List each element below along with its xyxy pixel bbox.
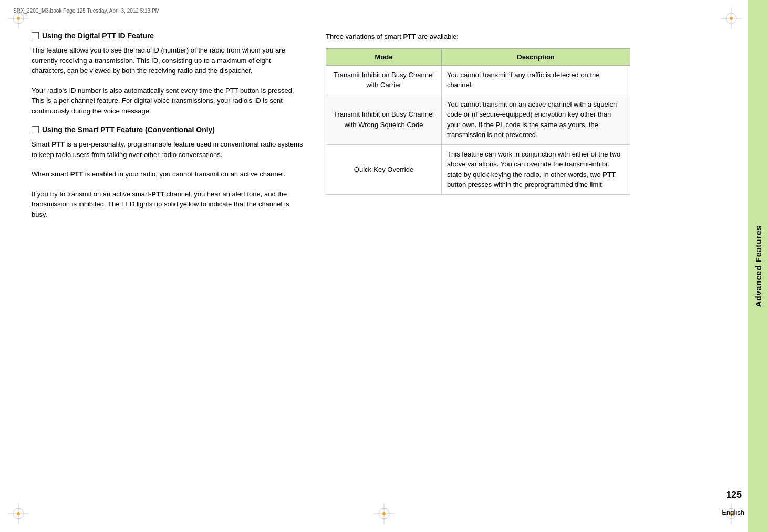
left-column: Using the Digital PTT ID Feature This fe… [32,32,305,500]
table-row: Transmit Inhibit on Busy Channel with Wr… [326,95,630,144]
section1-para1: This feature allows you to see the radio… [32,45,305,76]
svg-point-7 [730,17,733,20]
table-row: Quick-Key Override This feature can work… [326,144,630,194]
row3-description: This feature can work in conjunction wit… [442,144,630,194]
filename-text: SRX_2200_M3.book Page 125 Tuesday, April… [13,8,160,14]
table-header-mode: Mode [326,48,442,65]
row3-mode: Quick-Key Override [326,144,442,194]
page-meta: SRX_2200_M3.book Page 125 Tuesday, April… [13,8,160,14]
svg-point-11 [17,512,20,515]
advanced-features-label: Advanced Features [754,225,763,307]
reg-mark-bottom-left [8,503,29,524]
section2-heading-text: Using the Smart PTT Feature (Conventiona… [42,126,215,134]
row2-description: You cannot transmit on an active channel… [442,95,630,144]
table-header-description: Description [442,48,630,65]
svg-point-3 [17,17,20,20]
section2-heading: Using the Smart PTT Feature (Conventiona… [32,126,305,134]
reg-mark-top-right [721,8,742,29]
section1-heading: Using the Digital PTT ID Feature [32,32,305,40]
section1-icon [32,32,39,39]
section1-para2: Your radio's ID number is also automatic… [32,86,305,117]
row1-description: You cannot transmit if any traffic is de… [442,65,630,95]
page-number: 125 [726,489,742,500]
section2-para3: If you try to transmit on an active smar… [32,189,305,220]
row2-mode: Transmit Inhibit on Busy Channel with Wr… [326,95,442,144]
right-accent-bar: Advanced Features [748,0,768,532]
table-intro: Three variations of smart PTT are availa… [326,32,630,42]
section2-icon [32,126,39,133]
reg-mark-top-left [8,8,29,29]
table-row: Transmit Inhibit on Busy Channel with Ca… [326,65,630,95]
ptt-table: Mode Description Transmit Inhibit on Bus… [326,48,630,195]
right-column: Three variations of smart PTT are availa… [326,32,630,500]
section2-para2: When smart PTT is enabled in your radio,… [32,169,305,180]
main-content: Using the Digital PTT ID Feature This fe… [0,0,748,532]
row1-mode: Transmit Inhibit on Busy Channel with Ca… [326,65,442,95]
section2-para1: Smart PTT is a per-personality, programm… [32,139,305,160]
svg-point-19 [382,512,386,515]
section1-heading-text: Using the Digital PTT ID Feature [42,32,154,40]
language-label: English [722,508,744,516]
reg-mark-mid-bottom [373,503,395,524]
